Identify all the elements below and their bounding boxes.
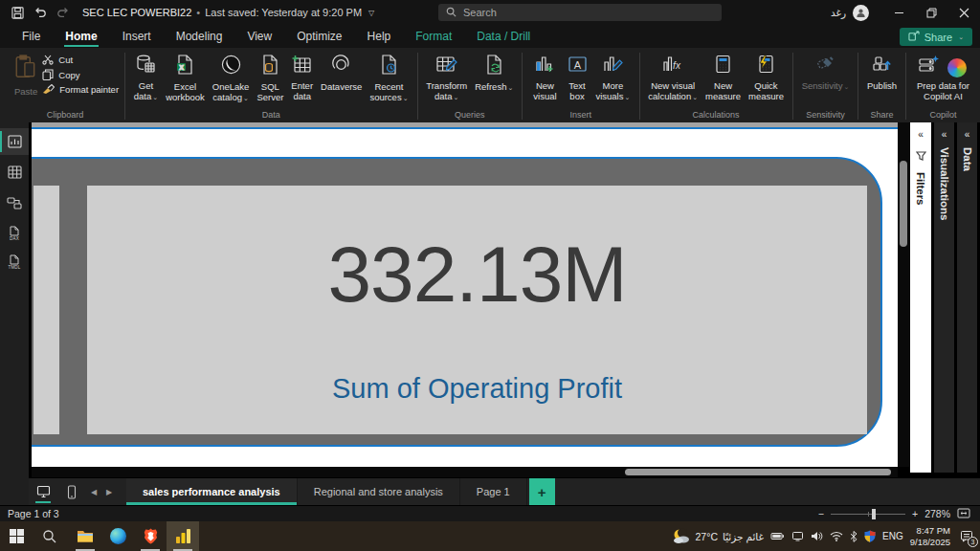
chevron-down-icon: ⌄ — [152, 94, 158, 100]
menu-home[interactable]: Home — [53, 25, 109, 48]
tmdl-view-button[interactable]: TMDL — [0, 249, 29, 276]
enter-data-button[interactable]: Enter data — [288, 53, 316, 103]
menu-optimize[interactable]: Optimize — [284, 25, 354, 48]
report-page[interactable]: 332.13M Sum of Operating Profit — [32, 122, 898, 467]
more-visuals-button[interactable]: More visuals⌄ — [592, 53, 633, 103]
share-button[interactable]: Share ⌄ — [900, 28, 972, 46]
zoom-slider-thumb[interactable] — [872, 509, 876, 519]
bluetooth-icon[interactable] — [850, 531, 858, 542]
vertical-scrollbar-thumb[interactable] — [900, 161, 907, 247]
sql-server-button[interactable]: SQL Server — [254, 53, 286, 104]
report-view-button[interactable] — [0, 128, 29, 155]
dax-query-view-button[interactable]: DAX — [0, 220, 29, 247]
paste-button[interactable]: Paste — [11, 53, 40, 99]
battery-icon[interactable] — [770, 532, 785, 540]
onelake-catalog-button[interactable]: OneLake catalog⌄ — [210, 53, 253, 104]
close-button[interactable] — [947, 0, 980, 25]
weather-widget[interactable]: 27°C غائم جزئيًا — [672, 528, 765, 544]
wifi-icon[interactable] — [830, 531, 843, 541]
fit-to-page-icon[interactable] — [957, 508, 970, 520]
temperature-label: 27°C — [696, 531, 718, 542]
powerbi-app-icon[interactable] — [167, 521, 199, 551]
publish-label: Publish — [867, 80, 897, 91]
edge-browser-icon[interactable] — [101, 521, 134, 551]
get-data-button[interactable]: Get data⌄ — [131, 53, 161, 103]
desktop-layout-button[interactable] — [29, 478, 57, 505]
table-view-button[interactable] — [0, 159, 29, 186]
menu-insert[interactable]: Insert — [110, 25, 164, 48]
user-avatar[interactable] — [853, 5, 869, 21]
menu-view[interactable]: View — [234, 25, 284, 48]
mobile-layout-button[interactable] — [57, 478, 86, 505]
kpi-card-visual[interactable]: 332.13M Sum of Operating Profit — [87, 186, 867, 434]
menu-format[interactable]: Format — [403, 25, 464, 48]
publish-button[interactable]: Publish — [864, 53, 900, 93]
undo-icon[interactable] — [29, 2, 52, 23]
speaker-icon[interactable] — [811, 531, 823, 541]
menu-file[interactable]: File — [10, 25, 53, 48]
text-box-button[interactable]: A Text box — [564, 53, 590, 103]
refresh-button[interactable]: Refresh⌄ — [472, 53, 516, 94]
ribbon-caption-copilot: Copilot — [906, 109, 980, 122]
redo-icon[interactable] — [52, 2, 75, 23]
menu-data-drill[interactable]: Data / Drill — [464, 25, 543, 48]
brave-browser-icon[interactable] — [134, 521, 167, 551]
file-explorer-icon[interactable] — [69, 521, 101, 551]
page-tab-sales-performance[interactable]: sales performance analysis — [126, 478, 298, 505]
start-button[interactable] — [0, 521, 33, 551]
model-view-button[interactable] — [0, 189, 29, 216]
menu-help[interactable]: Help — [355, 25, 404, 48]
copy-label: Copy — [58, 70, 79, 80]
page-tab-regional-store[interactable]: Regional and store analysis — [298, 478, 460, 505]
more-visuals-label: More visuals — [595, 80, 623, 101]
prep-data-copilot-button[interactable]: Prep data for Copilot AI — [912, 53, 974, 103]
ribbon-group-calculations: fx New visual calculation⌄ New measure Q… — [639, 48, 792, 122]
title-chevron-icon[interactable]: ▽ — [368, 9, 374, 17]
notification-center-icon[interactable]: 3 — [957, 527, 976, 546]
display-device-icon[interactable] — [791, 531, 804, 541]
format-painter-button[interactable]: Format painter — [42, 84, 119, 95]
dataverse-button[interactable]: Dataverse — [318, 53, 365, 94]
clock-widget[interactable]: 8:47 PM 9/18/2025 — [910, 525, 950, 548]
copy-button[interactable]: Copy — [42, 69, 119, 80]
prev-page-arrow[interactable]: ◀ — [86, 478, 101, 505]
expand-left-icon[interactable]: « — [918, 130, 924, 140]
zoom-out-button[interactable]: − — [818, 508, 824, 519]
recent-sources-button[interactable]: Recent sources⌄ — [367, 53, 411, 104]
new-measure-button[interactable]: New measure — [702, 53, 744, 103]
selected-shape-visual[interactable]: 332.13M Sum of Operating Profit — [32, 157, 882, 447]
vertical-scrollbar[interactable] — [898, 122, 909, 467]
copilot-logo-icon — [947, 58, 967, 77]
data-pane-collapsed[interactable]: « Data — [957, 122, 977, 473]
expand-left-icon[interactable]: « — [965, 130, 970, 140]
menu-modeling[interactable]: Modeling — [164, 25, 235, 48]
taskbar-search-icon[interactable] — [33, 521, 65, 551]
expand-left-icon[interactable]: « — [942, 130, 947, 140]
horizontal-scrollbar[interactable] — [32, 467, 898, 477]
transform-data-button[interactable]: Transform data⌄ — [423, 53, 470, 103]
save-icon[interactable] — [6, 2, 29, 23]
windows-security-icon[interactable] — [864, 530, 876, 542]
page-tab-page1[interactable]: Page 1 — [460, 478, 527, 505]
sensitivity-button[interactable]: Sensitivity⌄ — [799, 53, 853, 93]
partial-card-visual[interactable] — [33, 186, 59, 434]
search-input[interactable]: Search — [438, 4, 722, 21]
cut-button[interactable]: Cut — [42, 55, 119, 65]
next-page-arrow[interactable]: ▶ — [101, 478, 117, 505]
enter-data-icon — [292, 55, 312, 77]
new-visual-calculation-button[interactable]: fx New visual calculation⌄ — [645, 53, 701, 103]
zoom-in-button[interactable]: + — [912, 508, 918, 519]
filters-pane-collapsed[interactable]: « Filters — [910, 122, 931, 473]
zoom-slider[interactable] — [831, 514, 905, 515]
quick-measure-button[interactable]: Quick measure — [746, 53, 787, 103]
visualizations-pane-collapsed[interactable]: « Visualizations — [934, 122, 954, 473]
language-indicator[interactable]: ENG — [882, 531, 903, 541]
new-visual-button[interactable]: New visual — [528, 53, 562, 103]
minimize-button[interactable] — [882, 0, 915, 25]
restore-button[interactable] — [915, 0, 947, 25]
horizontal-scrollbar-thumb[interactable] — [625, 469, 891, 475]
add-page-button[interactable]: + — [529, 478, 555, 505]
excel-workbook-button[interactable]: X Excel workbook — [163, 53, 208, 104]
dataverse-icon — [331, 55, 351, 78]
time-label: 8:47 PM — [910, 525, 950, 537]
